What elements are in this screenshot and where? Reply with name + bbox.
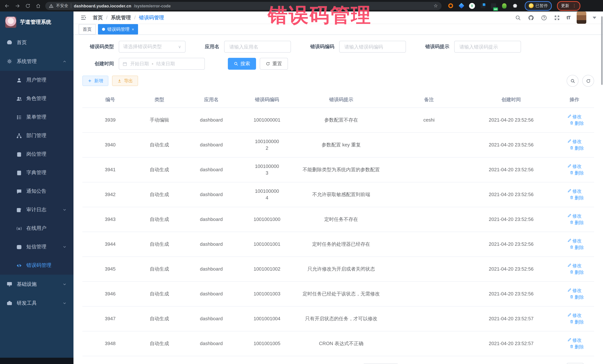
error-hint-input[interactable]: [459, 44, 517, 50]
edit-link[interactable]: 修改: [567, 263, 582, 269]
avatar-caret-icon[interactable]: [593, 16, 596, 19]
menu-list-icon: [16, 114, 22, 120]
edit-label: 修改: [572, 238, 582, 244]
sidebar-item-error-code-management[interactable]: 错误码管理: [0, 256, 73, 275]
cell-error-hint: 参数配置 key 重复: [292, 136, 390, 154]
sidebar-item-dept-management[interactable]: 部门管理: [0, 126, 73, 145]
edit-link[interactable]: 修改: [567, 238, 582, 244]
help-icon[interactable]: [541, 14, 547, 21]
tab-error-code[interactable]: 错误码管理 ×: [98, 24, 138, 34]
scrollbar-thumb[interactable]: [601, 16, 603, 85]
sidebar-item-audit-log[interactable]: 审计日志: [0, 200, 73, 219]
search-icon[interactable]: [514, 14, 521, 21]
sidebar-item-menu-management[interactable]: 菜单管理: [0, 108, 73, 126]
forward-icon[interactable]: [14, 2, 21, 9]
home-icon[interactable]: [35, 2, 42, 9]
sidebar-item-home[interactable]: 首页: [0, 33, 73, 52]
sidebar-collapse-bar[interactable]: [0, 358, 73, 364]
extension-gem-icon[interactable]: [458, 3, 464, 9]
sidebar-item-system-management[interactable]: 系统管理: [0, 52, 73, 71]
delete-link[interactable]: 删除: [569, 195, 584, 201]
github-icon[interactable]: [527, 14, 534, 21]
breadcrumb: 首页 / 系统管理 / 错误码管理: [93, 14, 164, 21]
tab-home[interactable]: 首页: [79, 24, 96, 34]
edit-link[interactable]: 修改: [567, 163, 582, 170]
breadcrumb-system[interactable]: 系统管理: [111, 14, 131, 21]
cell-error-code: 1001001003: [242, 285, 292, 303]
edit-link[interactable]: 修改: [567, 312, 582, 319]
user-avatar[interactable]: [577, 11, 586, 24]
sidebar-item-role-management[interactable]: 角色管理: [0, 89, 73, 108]
edit-pen-icon: [567, 213, 571, 220]
fullscreen-icon[interactable]: [554, 14, 560, 21]
paused-profile-chip[interactable]: 已暂停: [525, 1, 552, 11]
cell-id: 3946: [82, 285, 138, 303]
breadcrumb-home[interactable]: 首页: [93, 14, 103, 21]
sidebar-item-sms-management[interactable]: 短信管理: [0, 238, 73, 256]
cell-create-time: 2021-04-20 23:52:57: [468, 335, 555, 353]
error-code-input[interactable]: [344, 44, 402, 50]
extension-vue-icon[interactable]: V: [469, 3, 475, 9]
search-button[interactable]: 搜索: [228, 58, 256, 70]
close-tab-icon[interactable]: ×: [132, 27, 134, 31]
edit-link[interactable]: 修改: [567, 113, 582, 120]
sidebar-item-dict-management[interactable]: 字典管理: [0, 164, 73, 182]
edit-label: 修改: [572, 188, 582, 195]
chevron-down-icon: ∨: [178, 44, 181, 49]
sidebar-item-label: 审计日志: [26, 207, 58, 213]
sidebar-item-post-management[interactable]: 岗位管理: [0, 145, 73, 164]
delete-link[interactable]: 删除: [569, 120, 584, 127]
delete-link[interactable]: 删除: [569, 319, 584, 325]
sidebar-item-label: 错误码管理: [26, 262, 67, 269]
trash-icon: [569, 195, 573, 201]
edit-link[interactable]: 修改: [567, 213, 582, 220]
update-button[interactable]: 更新 ⋮: [557, 1, 580, 11]
delete-link[interactable]: 删除: [569, 170, 584, 176]
app-name-input[interactable]: [229, 44, 287, 50]
sidebar-item-label: 首页: [17, 39, 67, 46]
browser-menu-icon[interactable]: ⋮: [572, 4, 576, 8]
extension-key-icon[interactable]: [501, 3, 507, 9]
bookmark-star-icon[interactable]: ☆: [434, 3, 438, 8]
delete-link[interactable]: 删除: [569, 220, 584, 226]
extensions-puzzle-icon[interactable]: [512, 3, 518, 9]
cell-error-code: 1001000001: [242, 111, 292, 129]
goto-page-input[interactable]: [567, 363, 583, 364]
table-row: 3947 自动生成 dashboard 1001001004 只有开启状态的任务…: [82, 307, 594, 331]
edit-link[interactable]: 修改: [567, 337, 582, 344]
sidebar-item-notice-management[interactable]: 通知公告: [0, 182, 73, 200]
extension-target-icon[interactable]: [448, 3, 453, 9]
add-button[interactable]: 新增: [82, 76, 108, 86]
edit-link[interactable]: 修改: [567, 188, 582, 195]
sidebar-item-infrastructure[interactable]: 基础设施: [0, 275, 73, 294]
sidebar-item-label: 基础设施: [17, 281, 58, 287]
cell-type: 自动生成: [138, 235, 181, 253]
delete-link[interactable]: 删除: [569, 244, 584, 251]
refresh-table-button[interactable]: [582, 75, 594, 87]
app-logo-row[interactable]: 芋道管理系统: [0, 11, 73, 33]
address-bar[interactable]: 不安全 dashboard.yudao.iocoder.cn/system/er…: [45, 2, 441, 10]
reset-button[interactable]: 重置: [260, 58, 288, 70]
error-code-type-select[interactable]: 请选择错误码类型 ∨: [119, 41, 186, 53]
column-header: 备注: [390, 92, 468, 108]
sidebar-item-online-users[interactable]: 在线用户: [0, 219, 73, 238]
sidebar-item-user-management[interactable]: 用户管理: [0, 71, 73, 89]
reload-icon[interactable]: [24, 2, 31, 9]
delete-link[interactable]: 删除: [569, 269, 584, 276]
back-icon[interactable]: [4, 2, 10, 9]
delete-link[interactable]: 删除: [569, 145, 584, 152]
breadcrumb-current: 错误码管理: [139, 14, 164, 21]
edit-link[interactable]: 修改: [567, 287, 582, 294]
collapse-sidebar-icon[interactable]: [80, 14, 87, 21]
delete-link[interactable]: 删除: [569, 294, 584, 301]
extension-grid-icon[interactable]: [480, 3, 486, 9]
sidebar-item-dev-tools[interactable]: 研发工具: [0, 294, 73, 312]
export-button[interactable]: 导出: [112, 76, 138, 86]
date-range-picker[interactable]: 开始日期 - 结束日期: [119, 58, 205, 70]
edit-link[interactable]: 修改: [567, 138, 582, 145]
extension-on-icon[interactable]: on: [491, 3, 497, 9]
font-size-icon[interactable]: tT: [567, 15, 570, 20]
cell-create-time: 2021-04-20 23:52:56: [468, 235, 555, 253]
toggle-search-button[interactable]: [567, 75, 579, 87]
delete-link[interactable]: 删除: [569, 344, 584, 350]
